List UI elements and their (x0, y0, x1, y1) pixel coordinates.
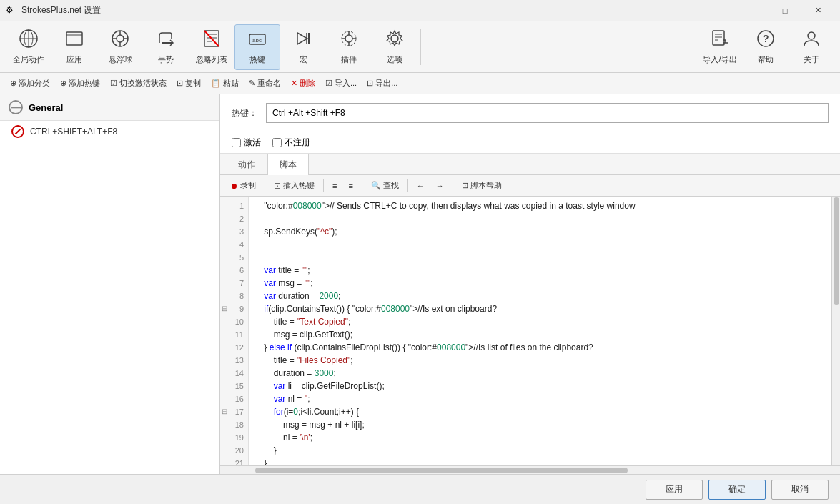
toolbar-item-macros[interactable]: 宏 (280, 24, 326, 70)
toolbar-item-plugins[interactable]: 插件 (326, 24, 372, 70)
toolbar-item-about[interactable]: 关于 (789, 24, 834, 70)
toolbar-item-options[interactable]: 选项 (372, 24, 417, 70)
rename-label: 重命名 (257, 78, 281, 89)
code-line-13: title = "Files Copied"; (255, 354, 826, 367)
line-number-9: ⊟9 (220, 302, 248, 315)
script-sep-2 (323, 179, 324, 192)
export-button[interactable]: ⊡ 导出... (362, 75, 402, 92)
line-number-14: 14 (220, 367, 248, 380)
ok-button[interactable]: 确定 (708, 480, 766, 500)
hotkey-text-0: CTRL+SHIFT+ALT+F8 (30, 127, 117, 137)
import-button[interactable]: ☑ 导入... (321, 75, 361, 92)
back-icon: ← (417, 182, 425, 190)
cancel-button[interactable]: 取消 (771, 480, 829, 500)
paste-label: 粘贴 (223, 78, 239, 89)
script-help-icon: ⊡ (462, 181, 468, 190)
outdent-button[interactable]: ≡ (344, 178, 357, 194)
add-category-button[interactable]: ⊕ 添加分类 (6, 75, 54, 92)
code-line-1: "color:#008000">// Sends CTRL+C to copy,… (255, 199, 826, 212)
line-number-2: 2 (220, 212, 248, 225)
import-icon: ☑ (325, 79, 332, 88)
tab-actions[interactable]: 动作 (226, 154, 267, 175)
about-label: 关于 (804, 54, 819, 65)
toolbar-item-hotkeys[interactable]: abc 热键 (234, 24, 280, 70)
toolbar-item-floating-ball[interactable]: 悬浮球 (97, 24, 143, 70)
code-line-10: title = "Text Copied"; (255, 315, 826, 328)
vertical-scrollbar[interactable] (831, 197, 840, 465)
outdent-icon: ≡ (348, 182, 352, 190)
minimize-button[interactable]: ─ (736, 0, 769, 21)
code-line-19: nl = '\n'; (255, 431, 826, 444)
script-sep-3 (362, 179, 362, 192)
options-icon (385, 29, 405, 53)
delete-button[interactable]: ✕ 删除 (287, 75, 320, 92)
code-line-20: } (255, 444, 826, 457)
svg-point-7 (117, 35, 124, 42)
horizontal-scrollbar-thumb[interactable] (255, 468, 627, 473)
group-expand-icon[interactable]: — (9, 100, 23, 114)
toolbar-item-import-export[interactable]: 导入/导出 (697, 24, 743, 70)
forward-icon: → (436, 182, 444, 190)
hotkey-item-0[interactable]: CTRL+SHIFT+ALT+F8 (0, 121, 219, 142)
unregister-label: 不注册 (285, 137, 310, 149)
code-line-9: if(clip.ContainsText()) { "color:#008000… (255, 302, 826, 315)
line-number-7: 7 (220, 277, 248, 290)
svg-rect-4 (66, 32, 82, 45)
about-icon (801, 29, 821, 53)
rename-button[interactable]: ✎ 重命名 (244, 75, 285, 92)
unregister-checkbox-item[interactable]: 不注册 (272, 137, 310, 149)
group-header: — General (0, 94, 219, 121)
floating-ball-icon (110, 29, 130, 53)
insert-hotkey-button[interactable]: ⊡ 插入热键 (270, 178, 319, 194)
copy-label: 复制 (185, 78, 201, 89)
toggle-active-button[interactable]: ☑ 切换激活状态 (106, 75, 171, 92)
global-actions-icon (19, 29, 39, 53)
title-bar: ⚙ StrokesPlus.net 设置 ─ □ ✕ (0, 0, 840, 21)
toolbar-item-help[interactable]: ? 帮助 (743, 24, 789, 70)
rename-icon: ✎ (249, 79, 255, 88)
right-panel: 热键： 激活 不注册 动作 脚本 ⏺ 录制 (220, 94, 840, 474)
unregister-checkbox[interactable] (272, 138, 282, 147)
window-title: StrokesPlus.net 设置 (21, 4, 736, 16)
svg-rect-29 (713, 31, 724, 45)
back-button[interactable]: ← (412, 178, 429, 194)
add-hotkey-button[interactable]: ⊕ 添加热键 (56, 75, 104, 92)
horizontal-scrollbar[interactable] (220, 465, 840, 474)
find-button[interactable]: 🔍 查找 (367, 178, 403, 194)
ignore-list-icon (202, 29, 222, 53)
find-label: 查找 (383, 180, 399, 191)
maximize-button[interactable]: □ (769, 0, 801, 21)
import-label: 导入... (335, 78, 357, 89)
tab-script[interactable]: 脚本 (267, 154, 309, 175)
activate-checkbox-item[interactable]: 激活 (232, 137, 261, 149)
toolbar-item-apps[interactable]: 应用 (51, 24, 97, 70)
toolbar-item-ignore-list[interactable]: 忽略列表 (189, 24, 234, 70)
gestures-label: 手势 (158, 54, 174, 65)
line-number-16: 16 (220, 392, 248, 405)
line-number-1: 1 (220, 199, 248, 212)
line-number-13: 13 (220, 354, 248, 367)
script-help-button[interactable]: ⊡ 脚本帮助 (458, 178, 506, 194)
help-label: 帮助 (758, 54, 774, 65)
code-content[interactable]: "color:#008000">// Sends CTRL+C to copy,… (249, 197, 831, 465)
main-content: — General CTRL+SHIFT+ALT+F8 热键： 激活 不注册 (0, 94, 840, 474)
checkbox-group: 激活 不注册 (220, 132, 840, 154)
hotkey-config-label: 热键： (232, 107, 257, 119)
vertical-scrollbar-thumb[interactable] (834, 197, 839, 305)
close-button[interactable]: ✕ (801, 0, 834, 21)
indent-button[interactable]: ≡ (328, 178, 341, 194)
activate-checkbox[interactable] (232, 138, 241, 147)
line-number-3: 3 (220, 225, 248, 238)
toolbar-item-global-actions[interactable]: 全局动作 (6, 24, 51, 70)
line-number-5: 5 (220, 251, 248, 264)
tab-bar: 动作 脚本 (220, 154, 840, 175)
hotkey-input[interactable] (266, 103, 829, 123)
copy-button[interactable]: ⊡ 复制 (172, 75, 205, 92)
forward-button[interactable]: → (432, 178, 448, 194)
apply-button[interactable]: 应用 (646, 480, 703, 500)
record-button[interactable]: ⏺ 录制 (226, 178, 260, 194)
svg-text:?: ? (763, 33, 769, 44)
toolbar-item-gestures[interactable]: 手势 (143, 24, 189, 70)
toolbar-right-group: 导入/导出 ? 帮助 关于 (697, 24, 834, 70)
paste-button[interactable]: 📋 粘贴 (207, 75, 243, 92)
